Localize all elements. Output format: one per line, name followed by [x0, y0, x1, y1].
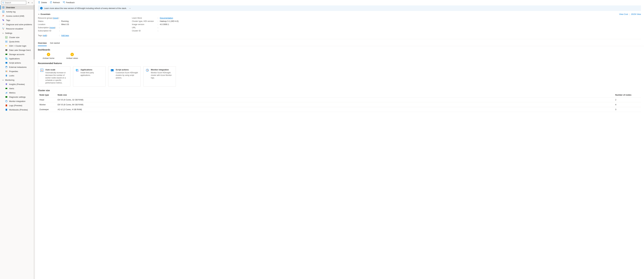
- clear-search-button[interactable]: ✕: [27, 2, 30, 4]
- sidebar-item-locks[interactable]: Locks: [0, 73, 35, 78]
- sidebar-item-resource-visualizer[interactable]: Resource visualizer: [0, 27, 35, 31]
- resource-group-move-link[interactable]: move: [53, 17, 58, 19]
- tab-get-started[interactable]: Get started: [50, 41, 60, 46]
- lock-icon: [5, 74, 8, 77]
- metastore-icon: [5, 66, 8, 68]
- dashboard-ambari-home[interactable]: A Ambari home: [41, 53, 56, 59]
- quota-icon: [5, 40, 8, 43]
- sidebar-item-label: External metastores: [9, 66, 27, 68]
- feature-card-auto-scale[interactable]: Auto scale Automatically increase or dec…: [38, 66, 70, 87]
- essentials-toggle[interactable]: Essentials: [38, 13, 50, 15]
- feature-card-applications[interactable]: Applications Install third party applica…: [73, 66, 106, 87]
- svg-point-30: [6, 66, 7, 67]
- sidebar-item-external-metastores[interactable]: External metastores: [0, 65, 35, 69]
- diagnose-icon: [2, 23, 4, 26]
- sidebar-item-storage-accounts[interactable]: Storage accounts: [0, 52, 35, 57]
- image-version-value: 4.0.3000.1: [160, 23, 169, 26]
- feedback-button[interactable]: Feedback: [62, 1, 74, 4]
- feature-card-monitor-integration[interactable]: Monitor integration Monitor Azure HDInsi…: [144, 66, 176, 87]
- sidebar-item-metrics[interactable]: Metrics: [0, 91, 35, 95]
- cluster-id-label: Cluster ID: [132, 30, 158, 32]
- chevron-down-icon: [2, 32, 4, 34]
- svg-rect-21: [6, 46, 7, 46]
- sidebar-item-access-control[interactable]: Access control (IAM): [0, 14, 35, 18]
- sidebar-group-settings[interactable]: Settings: [0, 31, 35, 35]
- cluster-type-label: Cluster type, HDI version: [132, 20, 158, 22]
- toolbar: Delete Refresh Feedback: [35, 0, 644, 5]
- feature-card-script-actions[interactable]: Script actions Customize Azure HDInsight…: [108, 66, 141, 87]
- delete-label: Delete: [41, 1, 47, 4]
- sidebar-item-cluster-size[interactable]: Cluster size: [0, 35, 35, 40]
- sidebar-item-quota-limits[interactable]: Quota limits: [0, 40, 35, 44]
- sidebar-item-applications[interactable]: Applications: [0, 57, 35, 61]
- sidebar-item-insights[interactable]: Insights (Preview): [0, 82, 35, 86]
- svg-rect-26: [6, 58, 7, 58]
- cluster-type-value: Hadoop 3.1 (HDI 4.0): [160, 20, 178, 22]
- table-row: Worker E8 V3 (8 Cores, 64 GB RAM) 4: [38, 102, 641, 107]
- table-header: Node type Node size Number of nodes: [38, 93, 641, 97]
- alerts-icon: [5, 87, 8, 90]
- svg-rect-41: [6, 105, 7, 106]
- resource-visualizer-icon: [2, 28, 4, 30]
- sidebar-item-activity-log[interactable]: Activity log: [0, 10, 35, 14]
- delete-button[interactable]: Delete: [38, 1, 47, 4]
- collapse-sidebar-button[interactable]: «: [31, 2, 34, 4]
- json-view-link[interactable]: JSON View: [631, 13, 641, 15]
- sidebar-item-overview[interactable]: Overview: [0, 5, 35, 10]
- sidebar-item-label: Resource visualizer: [6, 28, 23, 30]
- sidebar-item-ssh-login[interactable]: SSH + Cluster login: [0, 44, 35, 48]
- documentation-link[interactable]: Documentation: [160, 17, 173, 19]
- dashboard-label: Ambari home: [42, 57, 54, 59]
- table-row: Zookeeper A2 v2 (2 Cores, 4 GB RAM) 3: [38, 107, 641, 112]
- sidebar-scrollbar-thumb[interactable]: [34, 5, 35, 60]
- card-title: Monitor integration: [151, 69, 174, 71]
- sidebar-item-properties[interactable]: Properties: [0, 69, 35, 73]
- sidebar-item-label: Alerts: [9, 87, 14, 90]
- essentials-grid: Resource group (move) : Status : Running…: [35, 16, 644, 38]
- essentials-title: Essentials: [41, 13, 50, 15]
- sidebar-item-monitor-integration[interactable]: Monitor integration: [0, 99, 35, 103]
- dashboard-ambari-views[interactable]: A Ambari views: [64, 53, 80, 59]
- subscription-label: Subscription: [38, 26, 49, 29]
- info-banner[interactable]: i Learn more about the new version of HD…: [38, 6, 641, 11]
- sidebar-item-workbooks[interactable]: Workbooks (Preview): [0, 108, 35, 112]
- svg-point-9: [4, 15, 4, 16]
- search-box[interactable]: [1, 1, 26, 5]
- url-label: URL: [132, 26, 158, 29]
- sidebar-item-logs[interactable]: Logs (Preview): [0, 103, 35, 108]
- refresh-button[interactable]: Refresh: [50, 1, 60, 4]
- view-cost-link[interactable]: View Cost: [619, 13, 628, 15]
- sidebar-group-label: Settings: [5, 32, 12, 34]
- card-desc: Customize Azure HDInsight clusters by us…: [116, 72, 138, 79]
- svg-line-1: [4, 3, 4, 3]
- status-label: Status: [38, 20, 59, 22]
- storage-icon: [5, 53, 8, 56]
- delete-icon: [38, 1, 40, 4]
- cell-node-size: E4 V3 (4 Cores, 32 GB RAM): [58, 99, 615, 101]
- sidebar-item-diagnose[interactable]: Diagnose and solve problems: [0, 22, 35, 27]
- sidebar-item-alerts[interactable]: Alerts: [0, 86, 35, 91]
- tags-edit-link[interactable]: edit: [43, 34, 46, 37]
- search-input[interactable]: [5, 2, 25, 4]
- cell-node-type: Zookeeper: [40, 108, 58, 111]
- subscription-move-link[interactable]: move: [50, 26, 55, 29]
- svg-rect-27: [6, 59, 6, 60]
- sidebar-item-label: Diagnostic settings: [9, 96, 26, 98]
- svg-rect-18: [6, 41, 6, 42]
- sidebar-item-diagnostic-settings[interactable]: Diagnostic settings: [0, 95, 35, 99]
- workbooks-icon: [5, 109, 8, 111]
- sidebar-item-label: Properties: [9, 70, 18, 73]
- add-tags-link[interactable]: Add tags: [61, 34, 69, 37]
- svg-rect-48: [111, 69, 114, 71]
- tab-overview[interactable]: Overview: [38, 41, 47, 46]
- svg-rect-34: [6, 75, 7, 76]
- sidebar-item-tags[interactable]: Tags: [0, 18, 35, 22]
- sidebar-item-data-lake[interactable]: Data Lake Storage Gen1: [0, 48, 35, 52]
- main-content: Delete Refresh Feedback i Learn more abo…: [35, 0, 644, 279]
- card-desc: Install third party applications.: [80, 72, 103, 77]
- sidebar-item-script-actions[interactable]: Script actions: [0, 61, 35, 65]
- sidebar-group-monitoring[interactable]: Monitoring: [0, 78, 35, 82]
- applications-icon: [5, 57, 8, 60]
- location-value: West US: [61, 23, 69, 26]
- svg-line-13: [3, 28, 3, 29]
